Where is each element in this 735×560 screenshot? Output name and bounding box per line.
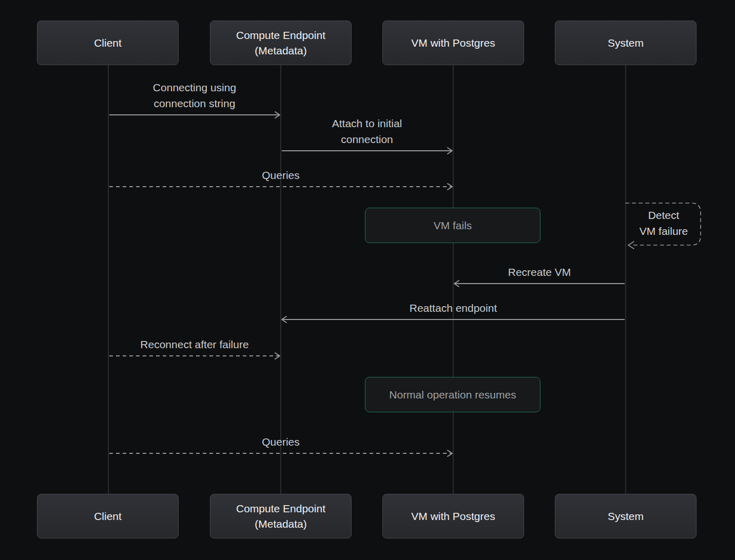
actor-label: VM with Postgres	[411, 509, 495, 524]
vm-failure-recovery-sequence-diagram: Client Compute Endpoint (Metadata) VM wi…	[0, 0, 735, 560]
message-reattach-endpoint: Reattach endpoint	[282, 300, 625, 320]
actor-label: Compute Endpoint (Metadata)	[224, 28, 337, 58]
message-recreate-vm: Recreate VM	[454, 264, 625, 284]
actor-label: Compute Endpoint (Metadata)	[224, 501, 337, 532]
message-queries-1: Queries	[109, 167, 452, 187]
self-message-detect-vm-failure: Detect VM failure	[631, 207, 697, 239]
lifeline-system	[625, 65, 626, 494]
solid-arrow-right	[282, 150, 452, 151]
message-label: Attach to initial connection	[308, 115, 426, 147]
arrowhead-left-icon	[280, 315, 288, 324]
self-message-line1: Detect	[631, 207, 697, 223]
solid-arrow-left	[454, 283, 625, 284]
arrowhead-right-icon	[446, 147, 454, 155]
message-label: Reconnect after failure	[140, 336, 248, 352]
note-label: Normal operation resumes	[389, 389, 516, 401]
message-label: Queries	[262, 167, 300, 183]
dashed-arrow-right	[109, 453, 452, 454]
arrowhead-right-icon	[446, 183, 454, 191]
dashed-arrow-right	[109, 186, 452, 187]
actor-box-system-bottom: System	[555, 494, 697, 538]
note-normal-operation-resumes: Normal operation resumes	[365, 377, 540, 412]
message-label: Reattach endpoint	[410, 300, 497, 316]
arrowhead-right-icon	[446, 449, 454, 457]
arrowhead-right-icon	[273, 111, 281, 119]
note-label: VM fails	[434, 219, 472, 232]
actor-box-client-bottom: Client	[37, 494, 179, 538]
actor-box-vm-with-postgres-bottom: VM with Postgres	[382, 494, 524, 538]
message-label: Recreate VM	[508, 264, 571, 280]
actor-label: Client	[94, 35, 122, 51]
note-vm-fails: VM fails	[365, 208, 540, 243]
message-label: Queries	[262, 434, 300, 450]
solid-arrow-right	[109, 114, 280, 115]
arrowhead-right-icon	[273, 352, 281, 360]
message-connecting-using-connection-string: Connecting using connection string	[109, 79, 280, 115]
self-message-line2: VM failure	[631, 223, 697, 239]
actor-box-compute-endpoint-top: Compute Endpoint (Metadata)	[210, 21, 352, 65]
message-reconnect-after-failure: Reconnect after failure	[109, 336, 280, 356]
actor-box-system-top: System	[555, 21, 697, 65]
actor-label: Client	[94, 509, 122, 524]
lifeline-compute-endpoint	[280, 65, 281, 494]
message-attach-to-initial-connection: Attach to initial connection	[282, 115, 452, 151]
actor-label: VM with Postgres	[411, 35, 495, 51]
actor-label: System	[608, 509, 644, 524]
message-queries-2: Queries	[109, 434, 452, 454]
message-label: Connecting using connection string	[136, 79, 254, 111]
actor-box-vm-with-postgres-top: VM with Postgres	[382, 21, 524, 65]
actor-box-compute-endpoint-bottom: Compute Endpoint (Metadata)	[210, 494, 352, 538]
solid-arrow-left	[282, 319, 625, 320]
lifeline-client	[108, 65, 109, 494]
dashed-arrow-right	[109, 355, 280, 356]
actor-label: System	[608, 35, 644, 51]
arrowhead-left-icon	[453, 279, 461, 288]
actor-box-client-top: Client	[37, 21, 179, 65]
